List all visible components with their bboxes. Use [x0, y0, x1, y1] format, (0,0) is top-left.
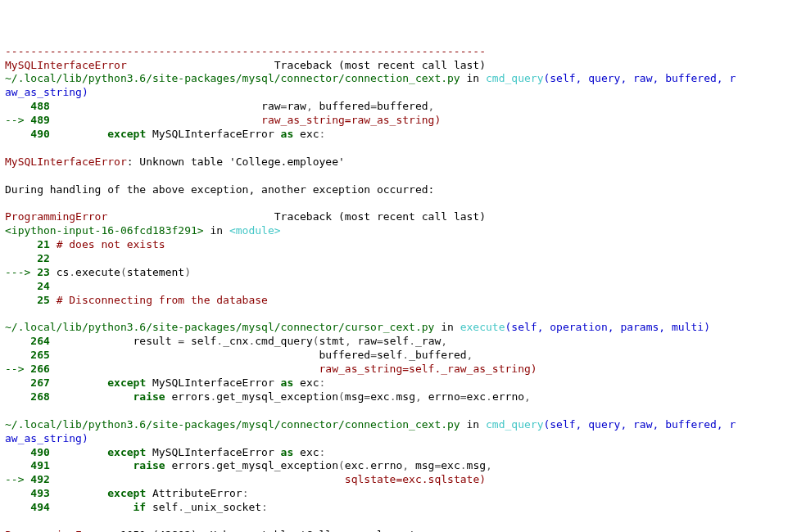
code: errors	[165, 459, 211, 471]
code: raw_as_string	[319, 363, 403, 375]
code: exc	[402, 473, 421, 485]
operator: =	[370, 100, 377, 112]
line-number: 493	[5, 487, 57, 499]
paren: )	[531, 363, 537, 375]
in-keyword: in	[434, 321, 460, 333]
line-number: 25	[5, 294, 57, 306]
function-signature-wrap: aw_as_string)	[5, 432, 88, 444]
colon: :	[319, 128, 326, 140]
line-number: 490	[5, 446, 57, 458]
traceback-header: Traceback (most recent call last)	[274, 59, 486, 71]
code: get_mysql_exception	[216, 459, 338, 471]
code: raw_as_string	[261, 114, 345, 126]
line-number: 264	[5, 335, 57, 347]
code: buffered	[319, 349, 371, 361]
operator: =	[345, 114, 351, 126]
line-number: 22	[5, 252, 57, 264]
comma: ,	[306, 100, 319, 112]
code: exc	[441, 459, 460, 471]
line-number: 21	[5, 238, 57, 250]
function-name: execute	[460, 321, 505, 333]
code: stmt	[319, 335, 345, 347]
traceback-output: ----------------------------------------…	[5, 45, 801, 532]
dot: .	[69, 266, 75, 278]
code: exc	[293, 446, 319, 458]
error-class-name: MySQLInterfaceError	[5, 156, 127, 168]
keyword: as	[281, 128, 294, 140]
operator: =	[178, 335, 184, 347]
colon: :	[261, 501, 268, 513]
error-class-name: MySQLInterfaceError	[5, 59, 127, 71]
indent	[57, 349, 319, 361]
comma: ,	[524, 390, 531, 403]
ipython-cell-source: <ipython-input-16-06fcd183f291>	[5, 224, 204, 237]
function-signature-wrap: aw_as_string)	[5, 86, 88, 98]
in-keyword: in	[204, 224, 229, 237]
code: msg	[345, 390, 364, 403]
line-number: 488	[5, 100, 57, 112]
file-path: ~/.local/lib/python3.6/site-packages/mys…	[5, 321, 434, 333]
code: execute	[75, 266, 120, 278]
code: get_mysql_exception	[216, 390, 338, 403]
keyword: as	[281, 376, 294, 389]
code: exc	[345, 459, 364, 471]
code: exc	[467, 390, 486, 403]
paren: )	[184, 266, 191, 278]
code: _raw_as_string	[441, 363, 531, 375]
current-line-arrow: --->	[5, 266, 37, 278]
space	[293, 128, 300, 140]
line-number: 490	[5, 128, 57, 140]
function-name: cmd_query	[486, 72, 543, 84]
comma: ,	[467, 349, 473, 361]
paren: (	[120, 266, 127, 278]
space	[146, 128, 152, 140]
code: buffered	[319, 100, 371, 112]
error-message: : 1051 (42S02): Unknown table 'College.e…	[107, 529, 415, 532]
in-keyword: in	[460, 72, 486, 84]
dot: .	[402, 349, 409, 361]
error-class-name: ProgrammingError	[5, 210, 107, 223]
keyword: raise	[134, 390, 165, 403]
code: cs	[57, 266, 70, 278]
indent	[57, 363, 319, 375]
line-number: 489	[30, 114, 56, 126]
operator: =	[370, 349, 377, 361]
code: sqlstate	[345, 473, 396, 485]
code: MySQLInterfaceError	[152, 128, 281, 140]
code: AttributeError	[146, 487, 242, 499]
comma: ,	[402, 459, 415, 471]
line-number: 491	[5, 459, 57, 471]
code: self	[409, 363, 434, 375]
function-signature: (self, query, raw, buffered, r	[543, 418, 736, 431]
indent	[57, 114, 261, 126]
paren: )	[434, 114, 441, 126]
line-number: 494	[5, 501, 57, 513]
function-name: cmd_query	[486, 418, 543, 431]
function-signature: (self, query, raw, buffered, r	[543, 72, 736, 84]
module-name: <module>	[229, 224, 281, 237]
code: errno	[370, 459, 402, 471]
code: msg	[415, 459, 434, 471]
code: self	[146, 501, 178, 513]
code: _buffered	[409, 349, 466, 361]
code: raw_as_string	[351, 114, 435, 126]
dot: .	[364, 459, 370, 471]
comment: # does not exists	[57, 238, 165, 250]
current-line-arrow: -->	[5, 114, 30, 126]
code: errors	[165, 390, 211, 403]
dot: .	[486, 390, 492, 403]
dot: .	[422, 473, 428, 485]
paren: )	[479, 473, 486, 485]
indent	[57, 446, 108, 458]
paren: (	[313, 335, 319, 347]
file-path: ~/.local/lib/python3.6/site-packages/mys…	[5, 72, 460, 84]
indent	[57, 487, 108, 499]
padding	[107, 210, 274, 223]
line-number: 23	[37, 266, 56, 278]
line-number: 492	[30, 473, 56, 485]
paren: (	[338, 390, 345, 403]
keyword: except	[107, 487, 146, 499]
keyword: except	[107, 446, 146, 458]
comma: ,	[415, 390, 428, 403]
code: cmd_query	[255, 335, 312, 347]
